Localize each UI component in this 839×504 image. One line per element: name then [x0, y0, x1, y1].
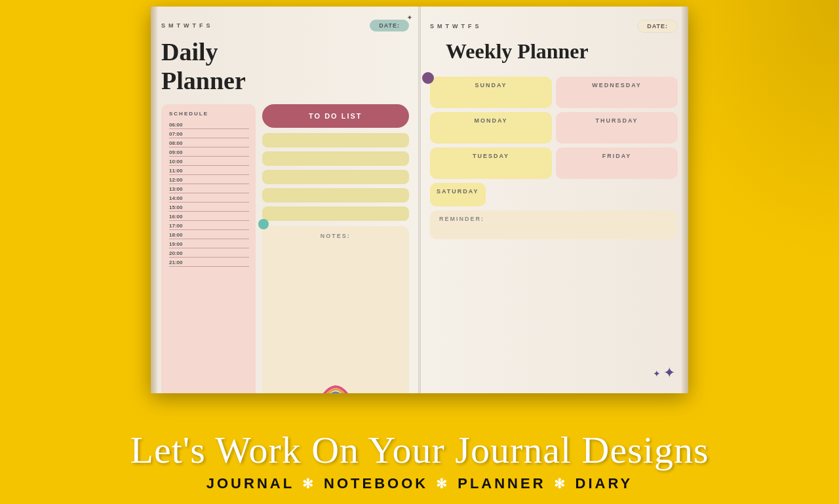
- time-1700: 17:00: [169, 223, 249, 230]
- time-0800: 08:00: [169, 140, 249, 147]
- week-row-3: TUESDAY FRIDAY: [430, 147, 678, 179]
- sparkle-large-icon: ✦: [663, 364, 675, 381]
- notes-box[interactable]: NOTES:: [262, 226, 409, 393]
- dow-s2: S: [206, 22, 211, 29]
- todo-line-3[interactable]: [262, 170, 409, 184]
- book: S M T W T F S DATE: ✦ Daily Planner SCHE…: [151, 7, 688, 393]
- cursive-tagline: Let's Work On Your Journal Designs: [39, 429, 800, 471]
- day-monday[interactable]: MONDAY: [430, 112, 552, 144]
- time-1300: 13:00: [169, 186, 249, 193]
- bottom-section: Let's Work On Your Journal Designs JOURN…: [0, 416, 839, 504]
- weekly-grid: SUNDAY WEDNESDAY MONDAY THURSDAY TUESDAY…: [430, 77, 678, 380]
- dow-w: W: [184, 22, 190, 29]
- reminder-box[interactable]: REMINDER:: [430, 210, 678, 239]
- time-0700: 07:00: [169, 131, 249, 138]
- tagline-journal: JOURNAL: [206, 475, 294, 492]
- time-1100: 11:00: [169, 168, 249, 175]
- tagline-notebook: NOTEBOOK: [324, 475, 428, 492]
- time-1500: 15:00: [169, 204, 249, 212]
- time-1600: 16:00: [169, 214, 249, 221]
- tagline-row: JOURNAL ✻ NOTEBOOK ✻ PLANNER ✻ DIARY: [39, 475, 800, 492]
- day-wednesday[interactable]: WEDNESDAY: [556, 77, 678, 108]
- weekly-planner-title: Weekly Planner: [446, 39, 589, 64]
- todo-lines: [262, 133, 409, 221]
- tagline-star-1: ✻: [302, 476, 316, 492]
- schedule-column: SCHEDULE 06:00 07:00 08:00 09:00 10:00 1…: [161, 104, 256, 393]
- day-tuesday[interactable]: TUESDAY: [430, 147, 552, 179]
- time-0900: 09:00: [169, 149, 249, 157]
- right-subcolumn: TO DO LIST NOTES:: [262, 104, 409, 393]
- right-page: S M T W T F S DATE: Weekly Planner SUNDA…: [420, 7, 688, 393]
- todo-line-4[interactable]: [262, 188, 409, 203]
- left-page: S M T W T F S DATE: ✦ Daily Planner SCHE…: [151, 7, 420, 393]
- todo-list-button[interactable]: TO DO LIST: [262, 104, 409, 128]
- week-row-4: SATURDAY: [430, 183, 678, 206]
- time-1200: 12:00: [169, 177, 249, 184]
- right-page-inner: S M T W T F S DATE: Weekly Planner SUNDA…: [430, 20, 678, 380]
- sparkle-group: ✦ ✦: [653, 364, 675, 381]
- week-row-1: SUNDAY WEDNESDAY: [430, 77, 678, 108]
- dow-m: M: [168, 22, 174, 29]
- tagline-diary: DIARY: [576, 475, 633, 492]
- right-dow-row: S M T W T F S DATE:: [430, 20, 678, 33]
- teal-circle-decoration: [258, 219, 269, 229]
- left-content: SCHEDULE 06:00 07:00 08:00 09:00 10:00 1…: [161, 104, 409, 393]
- day-thursday[interactable]: THURSDAY: [556, 112, 678, 144]
- rdow-w: W: [452, 23, 459, 29]
- day-sunday[interactable]: SUNDAY: [430, 77, 552, 108]
- sparkle-small-icon: ✦: [653, 368, 661, 379]
- todo-line-5[interactable]: [262, 206, 409, 221]
- left-dow-row: S M T W T F S DATE: ✦: [161, 20, 409, 31]
- right-date-pill: DATE:: [637, 20, 678, 33]
- day-saturday[interactable]: SATURDAY: [430, 183, 486, 206]
- todo-line-2[interactable]: [262, 151, 409, 166]
- dow-t2: T: [193, 22, 197, 29]
- time-1800: 18:00: [169, 232, 249, 239]
- time-2100: 21:00: [169, 260, 249, 267]
- rdow-s1: S: [430, 23, 435, 29]
- purple-circle-decoration: [422, 72, 434, 84]
- daily-planner-title: Daily Planner: [161, 38, 409, 95]
- book-left-edge: [151, 7, 157, 393]
- left-date-pill: DATE: ✦: [370, 20, 409, 31]
- todo-line-1[interactable]: [262, 133, 409, 147]
- time-0600: 06:00: [169, 122, 249, 129]
- rdow-s2: S: [475, 23, 480, 29]
- time-1900: 19:00: [169, 241, 249, 248]
- rdow-m: M: [437, 23, 443, 29]
- time-2000: 20:00: [169, 250, 249, 258]
- time-1400: 14:00: [169, 195, 249, 203]
- rdow-t2: T: [461, 23, 466, 29]
- rdow-t1: T: [446, 23, 450, 29]
- week-row-2: MONDAY THURSDAY: [430, 112, 678, 144]
- schedule-heading: SCHEDULE: [169, 111, 249, 117]
- rainbow-decoration: [319, 381, 352, 393]
- day-friday[interactable]: FRIDAY: [556, 147, 678, 179]
- time-1000: 10:00: [169, 159, 249, 166]
- rdow-f: F: [468, 23, 473, 29]
- dow-t1: T: [177, 22, 182, 29]
- date-star-icon: ✦: [407, 14, 413, 21]
- dow-s1: S: [161, 22, 166, 29]
- book-right-edge: [682, 7, 688, 393]
- tagline-star-3: ✻: [554, 476, 568, 492]
- dow-f: F: [199, 22, 204, 29]
- tagline-star-2: ✻: [436, 476, 450, 492]
- tagline-planner: PLANNER: [458, 475, 545, 492]
